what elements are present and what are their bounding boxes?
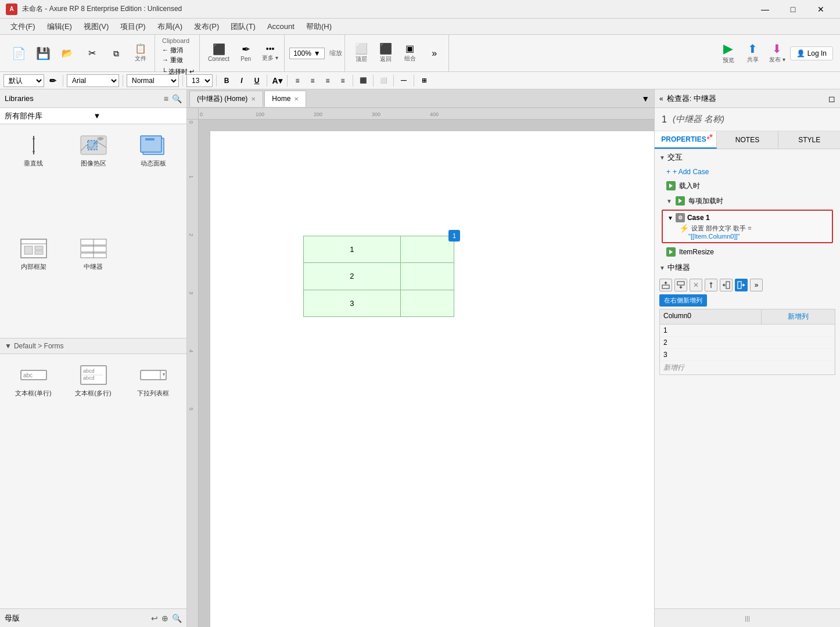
border-button[interactable]: ⬜ bbox=[377, 74, 390, 87]
repeater-data-row-2[interactable]: 2 bbox=[660, 337, 835, 349]
menu-file[interactable]: 文件(F) bbox=[5, 19, 41, 34]
align-center-button[interactable]: ≡ bbox=[306, 74, 319, 87]
menu-view[interactable]: 视图(V) bbox=[78, 19, 114, 34]
format-edit-button[interactable]: ✏ bbox=[46, 74, 59, 87]
component-vertical-line[interactable]: 垂直线 bbox=[6, 130, 61, 229]
cut-button[interactable]: ✂ bbox=[80, 46, 103, 60]
preview-button[interactable]: ▶ 预览 bbox=[717, 40, 740, 67]
inspector-collapse-icon[interactable]: « bbox=[659, 95, 663, 103]
repeater-delete-row-button[interactable]: ✕ bbox=[690, 279, 702, 291]
repeater-data-row-1[interactable]: 1 bbox=[660, 325, 835, 337]
group-button[interactable]: ▣ 组合 bbox=[399, 42, 422, 65]
connect-button[interactable]: ⬛ Connect bbox=[204, 42, 233, 64]
share-button[interactable]: ⬆ 共享 bbox=[741, 41, 764, 66]
valign-top-button[interactable]: ⬛ bbox=[357, 74, 369, 87]
repeater-widget[interactable]: 1 2 3 bbox=[303, 236, 454, 317]
masters-return-icon[interactable]: ↩ bbox=[151, 614, 158, 623]
repeater-col-left-button[interactable] bbox=[720, 279, 733, 291]
component-dropdown[interactable]: 下拉列表框 bbox=[125, 360, 181, 401]
repeater-add-col-button[interactable]: 新增列 bbox=[762, 309, 835, 324]
repeater-col-right-button[interactable] bbox=[735, 279, 748, 291]
tab-repeater-home-close[interactable]: ✕ bbox=[251, 96, 256, 102]
close-button[interactable]: ✕ bbox=[807, 0, 834, 19]
save-button[interactable]: 💾 bbox=[31, 45, 55, 62]
component-dynamic-panel[interactable]: 动态面板 bbox=[125, 130, 181, 229]
menu-publish[interactable]: 发布(P) bbox=[188, 19, 225, 34]
event-item-load[interactable]: ▼ 每项加载时 bbox=[655, 193, 840, 208]
tab-style[interactable]: STYLE bbox=[778, 131, 840, 149]
more2-button[interactable]: » bbox=[423, 46, 446, 60]
canvas-area: (中继器) (Home) ✕ Home ✕ ▼ 0 100 200 300 bbox=[187, 89, 654, 627]
align-right-button[interactable]: ≡ bbox=[321, 74, 334, 87]
event-load[interactable]: 载入时 bbox=[655, 178, 840, 193]
minimize-button[interactable]: — bbox=[752, 0, 778, 19]
ruler-h-400: 400 bbox=[430, 111, 439, 117]
pen-button[interactable]: ✒ Pen bbox=[234, 42, 257, 64]
tabs-more-button[interactable]: ▼ bbox=[637, 94, 654, 103]
menu-team[interactable]: 团队(T) bbox=[225, 19, 261, 34]
bold-button[interactable]: B bbox=[220, 74, 233, 87]
repeater-add-row-button[interactable]: 新增行 bbox=[660, 361, 835, 374]
underline-button[interactable]: U bbox=[250, 74, 263, 87]
libraries-menu-icon[interactable]: ≡ bbox=[164, 94, 168, 103]
tab-repeater-home[interactable]: (中继器) (Home) ✕ bbox=[189, 91, 263, 107]
component-inner-frame[interactable]: 内部框架 bbox=[6, 233, 61, 332]
repeater-row-above-button[interactable] bbox=[659, 279, 672, 291]
repeater-more-button[interactable]: » bbox=[750, 279, 763, 291]
library-selector[interactable]: 所有部件库 ▼ bbox=[0, 108, 186, 124]
repeater-row-below-button[interactable] bbox=[674, 279, 687, 291]
more-button[interactable]: ••• 更多 ▾ bbox=[259, 42, 282, 64]
zoom-control[interactable]: 100% ▼ bbox=[289, 48, 325, 59]
forms-components-grid: abc 文本框(单行) abcd abcd 文本框(多行) bbox=[0, 354, 186, 407]
tab-properties[interactable]: PROPERTIES * bbox=[655, 131, 717, 149]
grid-button[interactable]: ⊞ bbox=[418, 74, 430, 87]
copy-button[interactable]: ⧉ bbox=[105, 47, 128, 60]
publish-button[interactable]: ⬇ 发布 ▾ bbox=[766, 41, 789, 66]
top-layer-button[interactable]: ⬜ 顶层 bbox=[350, 41, 373, 66]
undo-button[interactable]: ← 撤消 bbox=[162, 45, 183, 55]
line-button[interactable]: — bbox=[397, 74, 410, 87]
menu-project[interactable]: 项目(P) bbox=[114, 19, 151, 34]
style-select[interactable]: 默认 bbox=[3, 74, 44, 87]
open-button[interactable]: 📂 bbox=[56, 46, 79, 60]
repeater-tooltip-container: 在右侧新增列 bbox=[659, 294, 835, 307]
align-justify-button[interactable]: ≡ bbox=[336, 74, 349, 87]
libraries-search-icon[interactable]: 🔍 bbox=[172, 94, 182, 103]
font-size-select[interactable]: 13 bbox=[186, 74, 213, 87]
new-button[interactable]: 📄 bbox=[7, 45, 30, 62]
login-button[interactable]: 👤 Log In bbox=[790, 46, 833, 60]
repeater-data-row-3[interactable]: 3 bbox=[660, 349, 835, 361]
menu-edit[interactable]: 编辑(E) bbox=[41, 19, 78, 34]
tab-home[interactable]: Home ✕ bbox=[264, 91, 306, 107]
repeater-section-header[interactable]: ▼ 中继器 bbox=[655, 260, 840, 276]
repeater-col-0[interactable]: Column0 bbox=[660, 309, 762, 324]
font-color-button[interactable]: A▾ bbox=[271, 74, 283, 87]
inspector-undock-icon[interactable]: ◻ bbox=[828, 94, 835, 103]
align-left-button[interactable]: ≡ bbox=[291, 74, 304, 87]
tab-notes[interactable]: NOTES bbox=[717, 131, 779, 149]
font-select[interactable]: Arial bbox=[67, 74, 119, 87]
menu-layout[interactable]: 布局(A) bbox=[152, 19, 188, 34]
interaction-section-header[interactable]: ▼ 交互 bbox=[655, 149, 840, 165]
canvas-scroll[interactable]: 1 2 3 bbox=[199, 120, 654, 627]
component-repeater[interactable]: 中继器 bbox=[66, 233, 121, 332]
repeater-move-up-button[interactable] bbox=[705, 279, 717, 291]
menu-help[interactable]: 帮助(H) bbox=[300, 19, 338, 34]
masters-search-icon[interactable]: 🔍 bbox=[172, 614, 182, 623]
masters-add-icon[interactable]: ⊕ bbox=[161, 614, 168, 623]
component-image-hotspot[interactable]: 图像热区 bbox=[66, 130, 121, 229]
case-1-item[interactable]: ▼ ⚙ Case 1 ⚡ 设置 部件文字 歌手 = "[[Item.Column… bbox=[662, 210, 833, 243]
redo-button[interactable]: → 重做 bbox=[162, 55, 183, 65]
maximize-button[interactable]: □ bbox=[780, 0, 806, 19]
paste-button[interactable]: 📋 文件 bbox=[129, 42, 152, 65]
italic-button[interactable]: I bbox=[235, 74, 248, 87]
event-item-resize[interactable]: ItemResize bbox=[655, 244, 840, 260]
back-layer-button[interactable]: ⬛ 返回 bbox=[374, 41, 397, 66]
text-style-select[interactable]: Normal bbox=[127, 74, 179, 87]
add-case-button[interactable]: + + Add Case bbox=[655, 165, 840, 178]
tab-home-close[interactable]: ✕ bbox=[294, 96, 299, 102]
component-textbox-multi[interactable]: abcd abcd 文本框(多行) bbox=[66, 360, 121, 401]
component-textbox-single[interactable]: abc 文本框(单行) bbox=[6, 360, 61, 401]
forms-section-header[interactable]: ▼ Default > Forms bbox=[0, 338, 186, 354]
menu-account[interactable]: Account bbox=[261, 20, 300, 33]
